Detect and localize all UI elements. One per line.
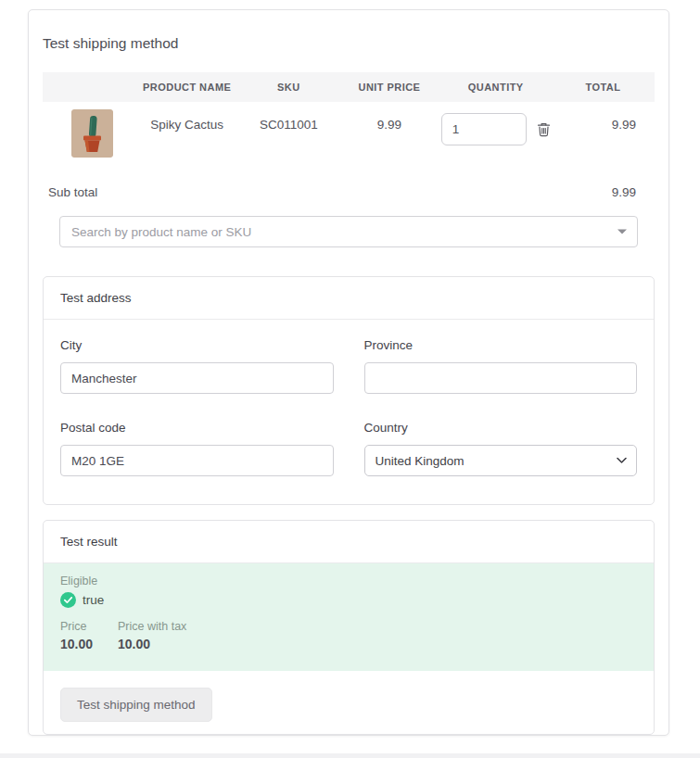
product-total: 9.99 (552, 102, 655, 172)
result-card-title: Test result (44, 521, 654, 563)
price-with-tax-block: Price with tax 10.00 (118, 620, 186, 651)
price-value: 10.00 (60, 637, 118, 651)
product-image-cell (43, 102, 135, 172)
test-shipping-method-panel: Test shipping method PRODUCT NAME SKU UN… (28, 9, 669, 736)
city-label: City (60, 338, 334, 352)
column-header-sku: SKU (239, 72, 338, 102)
product-name: Spiky Cactus (135, 102, 239, 172)
quantity-input[interactable] (441, 113, 527, 145)
page-bottom-divider (0, 753, 700, 758)
price-block: Price 10.00 (60, 620, 118, 651)
postal-code-field[interactable] (60, 445, 334, 476)
eligible-label: Eligible (60, 575, 637, 588)
country-select[interactable]: United Kingdom (364, 445, 638, 476)
trash-icon (537, 121, 551, 137)
page-title: Test shipping method (43, 35, 655, 52)
check-circle-icon (60, 592, 76, 608)
province-field[interactable] (364, 362, 638, 394)
column-header-total: TOTAL (552, 72, 655, 102)
price-with-tax-label: Price with tax (118, 620, 186, 634)
product-quantity-cell (440, 102, 552, 172)
province-label: Province (364, 338, 638, 352)
test-address-card: Test address City Province Postal code C… (43, 276, 655, 505)
table-row: Spiky Cactus SC011001 9.99 (43, 102, 655, 172)
result-success-panel: Eligible true Price 10.00 Price with tax… (44, 563, 654, 671)
column-header-product-name: PRODUCT NAME (135, 72, 239, 102)
province-field-group: Province (364, 338, 638, 394)
postal-code-field-group: Postal code (60, 421, 334, 476)
subtotal-label: Sub total (48, 185, 97, 199)
subtotal-value: 9.99 (612, 185, 636, 199)
price-with-tax-value: 10.00 (118, 637, 186, 651)
cactus-product-image (71, 109, 113, 158)
country-field-group: Country United Kingdom (364, 421, 638, 476)
column-header-image (43, 72, 135, 102)
postal-code-label: Postal code (60, 421, 334, 435)
column-header-quantity: QUANTITY (440, 72, 552, 102)
city-field-group: City (60, 338, 334, 394)
country-label: Country (364, 421, 638, 435)
city-field[interactable] (60, 362, 334, 394)
product-sku: SC011001 (239, 102, 338, 172)
product-unit-price: 9.99 (338, 102, 440, 172)
product-search-row (59, 216, 638, 247)
remove-product-button[interactable] (537, 121, 551, 137)
product-search-input[interactable] (59, 216, 638, 247)
subtotal-row: Sub total 9.99 (43, 172, 655, 216)
address-card-title: Test address (44, 277, 654, 320)
products-table: PRODUCT NAME SKU UNIT PRICE QUANTITY TOT… (43, 72, 655, 172)
eligible-value: true (83, 593, 104, 607)
dropdown-caret-icon[interactable] (617, 230, 627, 234)
price-label: Price (60, 620, 118, 634)
column-header-unit-price: UNIT PRICE (338, 72, 440, 102)
test-shipping-method-button[interactable]: Test shipping method (60, 688, 212, 722)
test-result-card: Test result Eligible true Price 10.00 Pr… (43, 520, 655, 735)
